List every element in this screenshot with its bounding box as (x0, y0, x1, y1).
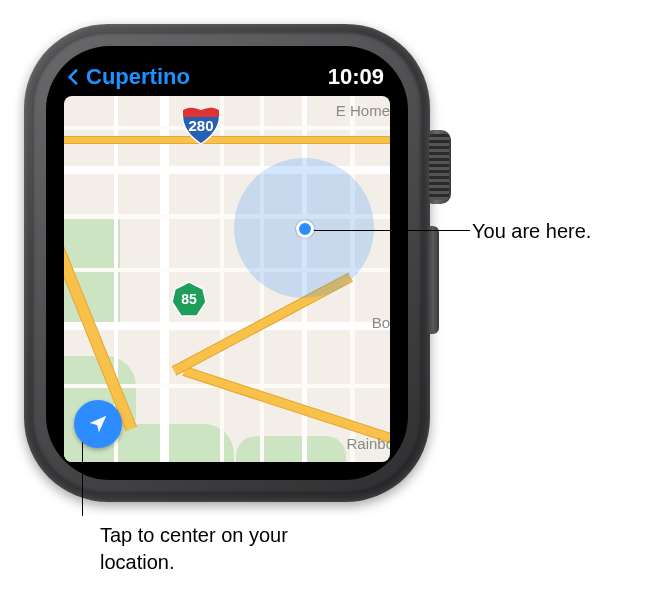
interstate-shield: 280 (180, 104, 222, 146)
map-label: Rainbo (346, 435, 390, 452)
watch-case: Cupertino 10:09 (24, 24, 430, 502)
status-bar: Cupertino 10:09 (46, 58, 408, 96)
callout-text: Tap to center on your location. (100, 522, 320, 576)
callout-text: You are here. (472, 218, 591, 245)
park-area (236, 436, 346, 462)
chevron-left-icon (68, 69, 85, 86)
watch-screen: Cupertino 10:09 (46, 46, 408, 480)
map-label: Bo (372, 314, 390, 331)
map-view[interactable]: 280 85 E Home Bo Rainbo (64, 96, 390, 462)
callout-leader (296, 230, 470, 231)
recenter-button[interactable] (74, 400, 122, 448)
callout-leader (82, 432, 83, 516)
digital-crown[interactable] (427, 130, 451, 204)
state-route-shield: 85 (170, 280, 208, 318)
back-button[interactable]: Cupertino (70, 64, 190, 90)
side-button[interactable] (427, 226, 439, 334)
location-dot-icon (296, 220, 314, 238)
map-label: E Home (336, 102, 390, 119)
clock-time: 10:09 (328, 64, 384, 90)
shield-number: 280 (188, 117, 213, 134)
highway (64, 136, 390, 144)
shield-number: 85 (181, 291, 197, 307)
road (160, 96, 169, 462)
road (64, 322, 390, 330)
road (64, 126, 390, 130)
back-label: Cupertino (86, 64, 190, 90)
location-arrow-icon (87, 413, 109, 435)
road (220, 96, 224, 462)
